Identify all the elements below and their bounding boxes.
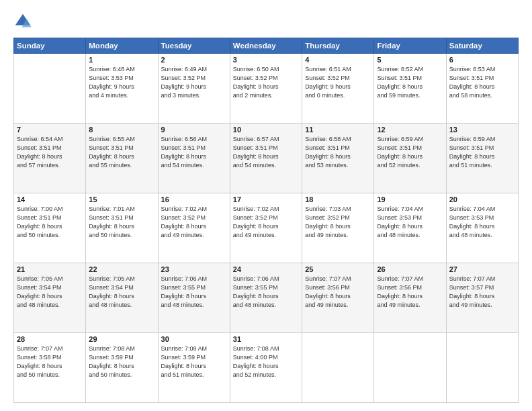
day-number: 4 [305, 56, 371, 64]
day-number: 30 [161, 335, 227, 343]
calendar-cell: 1Sunrise: 6:48 AM Sunset: 3:53 PM Daylig… [86, 54, 158, 124]
day-number: 3 [233, 56, 299, 64]
day-info: Sunrise: 7:06 AM Sunset: 3:55 PM Dayligh… [161, 275, 227, 310]
day-number: 24 [233, 265, 299, 273]
day-info: Sunrise: 6:59 AM Sunset: 3:51 PM Dayligh… [449, 135, 515, 170]
day-info: Sunrise: 7:08 AM Sunset: 3:59 PM Dayligh… [89, 345, 154, 379]
calendar-cell: 19Sunrise: 7:04 AM Sunset: 3:53 PM Dayli… [374, 193, 446, 263]
calendar-cell: 12Sunrise: 6:59 AM Sunset: 3:51 PM Dayli… [374, 124, 446, 193]
calendar-cell [302, 333, 374, 403]
calendar-cell [446, 333, 518, 403]
calendar-cell: 15Sunrise: 7:01 AM Sunset: 3:51 PM Dayli… [86, 193, 158, 263]
calendar-cell: 8Sunrise: 6:55 AM Sunset: 3:51 PM Daylig… [86, 124, 158, 193]
day-number: 28 [17, 335, 83, 343]
day-number: 9 [161, 126, 227, 134]
day-number: 7 [17, 126, 83, 134]
page: SundayMondayTuesdayWednesdayThursdayFrid… [0, 0, 532, 411]
calendar-week-row: 1Sunrise: 6:48 AM Sunset: 3:53 PM Daylig… [14, 54, 519, 124]
day-number: 6 [449, 56, 515, 64]
day-info: Sunrise: 6:48 AM Sunset: 3:53 PM Dayligh… [89, 65, 154, 100]
day-info: Sunrise: 6:49 AM Sunset: 3:52 PM Dayligh… [161, 65, 227, 100]
calendar-cell: 21Sunrise: 7:05 AM Sunset: 3:54 PM Dayli… [14, 263, 86, 333]
calendar-week-row: 28Sunrise: 7:07 AM Sunset: 3:58 PM Dayli… [14, 333, 519, 403]
day-number: 13 [449, 126, 515, 134]
calendar-cell: 16Sunrise: 7:02 AM Sunset: 3:52 PM Dayli… [158, 193, 230, 263]
calendar-cell: 10Sunrise: 6:57 AM Sunset: 3:51 PM Dayli… [230, 124, 302, 193]
day-number: 21 [17, 265, 83, 273]
day-info: Sunrise: 7:06 AM Sunset: 3:55 PM Dayligh… [233, 275, 299, 310]
calendar-week-row: 14Sunrise: 7:00 AM Sunset: 3:51 PM Dayli… [14, 193, 519, 263]
calendar-cell: 25Sunrise: 7:07 AM Sunset: 3:56 PM Dayli… [302, 263, 374, 333]
calendar-cell: 20Sunrise: 7:04 AM Sunset: 3:53 PM Dayli… [446, 193, 518, 263]
day-number: 1 [89, 56, 154, 64]
day-info: Sunrise: 7:03 AM Sunset: 3:52 PM Dayligh… [305, 205, 371, 240]
calendar-cell: 28Sunrise: 7:07 AM Sunset: 3:58 PM Dayli… [14, 333, 86, 403]
day-info: Sunrise: 7:07 AM Sunset: 3:56 PM Dayligh… [305, 275, 371, 310]
day-info: Sunrise: 7:08 AM Sunset: 4:00 PM Dayligh… [233, 345, 299, 379]
calendar-cell: 14Sunrise: 7:00 AM Sunset: 3:51 PM Dayli… [14, 193, 86, 263]
weekday-header-monday: Monday [86, 38, 158, 54]
day-info: Sunrise: 7:05 AM Sunset: 3:54 PM Dayligh… [89, 275, 154, 310]
day-number: 19 [377, 195, 443, 203]
day-info: Sunrise: 7:01 AM Sunset: 3:51 PM Dayligh… [89, 205, 154, 240]
day-info: Sunrise: 6:57 AM Sunset: 3:51 PM Dayligh… [233, 135, 299, 170]
day-info: Sunrise: 6:52 AM Sunset: 3:51 PM Dayligh… [377, 65, 443, 100]
calendar-cell: 17Sunrise: 7:02 AM Sunset: 3:52 PM Dayli… [230, 193, 302, 263]
weekday-header-wednesday: Wednesday [230, 38, 302, 54]
day-info: Sunrise: 7:02 AM Sunset: 3:52 PM Dayligh… [233, 205, 299, 240]
day-info: Sunrise: 6:55 AM Sunset: 3:51 PM Dayligh… [89, 135, 154, 170]
day-number: 5 [377, 56, 443, 64]
day-info: Sunrise: 7:04 AM Sunset: 3:53 PM Dayligh… [377, 205, 443, 240]
day-info: Sunrise: 7:04 AM Sunset: 3:53 PM Dayligh… [449, 205, 515, 240]
day-number: 16 [161, 195, 227, 203]
calendar-cell: 5Sunrise: 6:52 AM Sunset: 3:51 PM Daylig… [374, 54, 446, 124]
day-number: 18 [305, 195, 371, 203]
day-info: Sunrise: 6:56 AM Sunset: 3:51 PM Dayligh… [161, 135, 227, 170]
day-number: 17 [233, 195, 299, 203]
calendar-cell: 18Sunrise: 7:03 AM Sunset: 3:52 PM Dayli… [302, 193, 374, 263]
calendar-cell: 13Sunrise: 6:59 AM Sunset: 3:51 PM Dayli… [446, 124, 518, 193]
day-info: Sunrise: 6:51 AM Sunset: 3:52 PM Dayligh… [305, 65, 371, 100]
day-info: Sunrise: 6:59 AM Sunset: 3:51 PM Dayligh… [377, 135, 443, 170]
calendar-cell: 9Sunrise: 6:56 AM Sunset: 3:51 PM Daylig… [158, 124, 230, 193]
day-number: 15 [89, 195, 154, 203]
day-number: 22 [89, 265, 154, 273]
day-info: Sunrise: 7:08 AM Sunset: 3:59 PM Dayligh… [161, 345, 227, 379]
calendar-cell: 29Sunrise: 7:08 AM Sunset: 3:59 PM Dayli… [86, 333, 158, 403]
weekday-header-saturday: Saturday [446, 38, 518, 54]
day-number: 8 [89, 126, 154, 134]
header [13, 12, 519, 31]
day-number: 20 [449, 195, 515, 203]
calendar-cell [14, 54, 86, 124]
day-number: 29 [89, 335, 154, 343]
day-info: Sunrise: 6:50 AM Sunset: 3:52 PM Dayligh… [233, 65, 299, 100]
day-number: 12 [377, 126, 443, 134]
calendar-cell: 27Sunrise: 7:07 AM Sunset: 3:57 PM Dayli… [446, 263, 518, 333]
day-number: 11 [305, 126, 371, 134]
weekday-header-friday: Friday [374, 38, 446, 54]
day-info: Sunrise: 7:07 AM Sunset: 3:56 PM Dayligh… [377, 275, 443, 310]
calendar-cell: 11Sunrise: 6:58 AM Sunset: 3:51 PM Dayli… [302, 124, 374, 193]
day-number: 10 [233, 126, 299, 134]
day-info: Sunrise: 7:00 AM Sunset: 3:51 PM Dayligh… [17, 205, 83, 240]
day-number: 26 [377, 265, 443, 273]
calendar-table: SundayMondayTuesdayWednesdayThursdayFrid… [13, 38, 519, 403]
day-number: 23 [161, 265, 227, 273]
calendar-cell: 31Sunrise: 7:08 AM Sunset: 4:00 PM Dayli… [230, 333, 302, 403]
logo-icon [13, 12, 32, 31]
calendar-week-row: 7Sunrise: 6:54 AM Sunset: 3:51 PM Daylig… [14, 124, 519, 193]
calendar-cell: 3Sunrise: 6:50 AM Sunset: 3:52 PM Daylig… [230, 54, 302, 124]
calendar-cell: 24Sunrise: 7:06 AM Sunset: 3:55 PM Dayli… [230, 263, 302, 333]
logo [13, 12, 35, 31]
calendar-cell: 2Sunrise: 6:49 AM Sunset: 3:52 PM Daylig… [158, 54, 230, 124]
day-number: 25 [305, 265, 371, 273]
day-info: Sunrise: 7:02 AM Sunset: 3:52 PM Dayligh… [161, 205, 227, 240]
calendar-cell: 30Sunrise: 7:08 AM Sunset: 3:59 PM Dayli… [158, 333, 230, 403]
calendar-cell: 22Sunrise: 7:05 AM Sunset: 3:54 PM Dayli… [86, 263, 158, 333]
day-number: 27 [449, 265, 515, 273]
calendar-cell: 6Sunrise: 6:53 AM Sunset: 3:51 PM Daylig… [446, 54, 518, 124]
day-info: Sunrise: 6:53 AM Sunset: 3:51 PM Dayligh… [449, 65, 515, 100]
day-info: Sunrise: 6:54 AM Sunset: 3:51 PM Dayligh… [17, 135, 83, 170]
day-info: Sunrise: 7:07 AM Sunset: 3:57 PM Dayligh… [449, 275, 515, 310]
weekday-header-sunday: Sunday [14, 38, 86, 54]
